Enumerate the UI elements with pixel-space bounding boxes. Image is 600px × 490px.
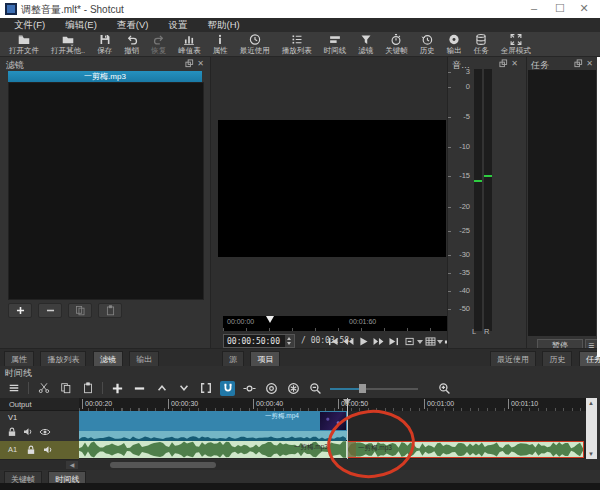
timeline-menu-button[interactable] — [6, 381, 21, 396]
ruler-label: 00:00:30 — [168, 399, 198, 409]
lift-button[interactable] — [154, 381, 169, 396]
audio-clip-1[interactable]: 一剪梅.mp3 — [79, 441, 348, 458]
mute-icon[interactable] — [23, 427, 34, 437]
filters-button[interactable]: 滤镜 — [353, 32, 378, 57]
copy-icon — [75, 305, 86, 316]
export-button[interactable]: 输出 — [442, 32, 467, 57]
scrub-playhead[interactable] — [266, 316, 274, 323]
float-panel-icon[interactable] — [574, 59, 583, 68]
minimize-button[interactable]: – — [521, 0, 547, 18]
zoom-in-button[interactable] — [437, 381, 452, 396]
zoom-slider-thumb[interactable] — [359, 384, 366, 393]
menu-settings[interactable]: 设置 — [160, 19, 195, 32]
split-icon — [200, 382, 212, 394]
history-button[interactable]: 历史 — [415, 32, 440, 57]
properties-button[interactable]: 属性 — [208, 32, 233, 57]
menu-help[interactable]: 帮助(H) — [199, 19, 247, 32]
timeline-vertical-scrollbar[interactable]: ▲ ▼ — [586, 398, 597, 459]
timeline-horizontal-scrollbar[interactable]: ◀ — [0, 460, 600, 470]
copy-filters-button[interactable] — [68, 303, 92, 318]
playlist-button[interactable]: 播放列表 — [277, 32, 317, 57]
zoom-fit-caret-icon[interactable] — [417, 340, 423, 344]
split-button[interactable] — [198, 381, 213, 396]
overwrite-button[interactable] — [176, 381, 191, 396]
ripple-all-tracks-button[interactable] — [286, 381, 301, 396]
rewind-button[interactable] — [342, 336, 355, 347]
float-panel-icon[interactable] — [185, 59, 194, 68]
zoom-out-button[interactable] — [308, 381, 323, 396]
lock-icon[interactable] — [26, 445, 36, 455]
peak-meter-button[interactable]: 峰值表 — [173, 32, 206, 57]
plus-icon — [111, 382, 124, 395]
remove-filter-button[interactable] — [38, 303, 62, 318]
open-other-button[interactable]: 打开其他.. — [46, 32, 90, 57]
peak-indicator-right — [484, 175, 492, 177]
save-button[interactable]: 保存 — [92, 32, 117, 57]
scrollbar-thumb[interactable] — [110, 462, 216, 468]
filter-list-selected-item[interactable]: 一剪梅.mp3 — [8, 71, 202, 82]
shotcut-window: 调整音量.mlt* - Shotcut – ☐ ✕ 文件(F) 编辑(E) 查看… — [0, 0, 600, 490]
snap-toggle-button[interactable] — [220, 381, 235, 396]
append-button[interactable] — [110, 381, 125, 396]
maximize-button[interactable]: ☐ — [547, 0, 573, 18]
menu-view[interactable]: 查看(V) — [109, 19, 157, 32]
paste-button[interactable] — [80, 381, 95, 396]
jobs-button[interactable]: 任务 — [469, 32, 494, 57]
timeline-ruler[interactable]: 00:00:20 00:00:30 00:00:40 00:00:50 00:0… — [79, 398, 586, 412]
menu-edit[interactable]: 编辑(E) — [57, 19, 105, 32]
timeline-tab-bar: 关键帧 时间线 — [0, 471, 600, 483]
ripple-delete-button[interactable] — [132, 381, 147, 396]
cut-button[interactable] — [36, 381, 51, 396]
menu-file[interactable]: 文件(F) — [6, 19, 53, 32]
close-panel-icon[interactable]: ✕ — [197, 60, 204, 68]
scrub-while-dragging-button[interactable] — [242, 381, 257, 396]
scroll-down-icon[interactable]: ▼ — [588, 451, 594, 457]
skip-end-button[interactable] — [387, 336, 400, 347]
ripple-toggle-button[interactable] — [264, 381, 279, 396]
skip-start-button[interactable] — [327, 336, 340, 347]
video-track-header[interactable]: V1 — [0, 411, 79, 442]
timeline-panel: 时间线 Output 00:00:20 00:00:30 — [0, 366, 600, 483]
filter-list[interactable] — [8, 82, 204, 300]
properties-icon — [213, 33, 227, 46]
timeline-zoom-slider[interactable] — [330, 381, 418, 396]
copy-icon — [60, 382, 72, 394]
undo-button[interactable]: 撤销 — [119, 32, 144, 57]
scroll-left-icon[interactable]: ◀ — [66, 461, 78, 469]
float-panel-icon[interactable] — [499, 59, 508, 68]
fullscreen-button[interactable]: 全屏模式 — [496, 32, 536, 57]
add-filter-button[interactable] — [8, 303, 32, 318]
video-preview[interactable] — [218, 120, 446, 257]
jobs-list[interactable] — [528, 70, 596, 336]
scroll-up-icon[interactable]: ▲ — [588, 400, 594, 406]
mute-icon[interactable] — [43, 445, 54, 455]
hide-icon[interactable] — [39, 427, 51, 437]
grid-button[interactable] — [424, 336, 437, 347]
timeline-button[interactable]: 时间线 — [319, 32, 352, 57]
video-clip[interactable]: 一剪梅.mp4 — [79, 411, 348, 440]
audio-track-header[interactable]: A1 — [0, 441, 79, 460]
open-file-button[interactable]: 打开文件 — [4, 32, 44, 57]
play-button[interactable] — [357, 336, 370, 347]
meter-scale-label: -25 — [448, 226, 470, 235]
ruler-label: 00:00:40 — [253, 399, 283, 409]
close-panel-icon[interactable]: ✕ — [586, 60, 593, 68]
paste-filters-button[interactable] — [98, 303, 122, 318]
plus-icon — [15, 305, 26, 316]
zoom-in-icon — [438, 382, 451, 395]
close-panel-icon[interactable]: ✕ — [511, 60, 518, 68]
keyframes-button[interactable]: 关键帧 — [380, 32, 413, 57]
hamburger-icon — [8, 382, 20, 394]
meter-scale-label: -10 — [448, 142, 470, 151]
fast-forward-button[interactable] — [372, 336, 385, 347]
zoom-fit-button[interactable] — [404, 336, 417, 347]
copy-button[interactable] — [58, 381, 73, 396]
close-button[interactable]: ✕ — [571, 0, 597, 18]
channel-label-right: R — [484, 327, 489, 336]
lock-icon[interactable] — [7, 427, 17, 437]
output-track-header[interactable]: Output — [0, 398, 79, 411]
spinner-arrows[interactable] — [285, 335, 294, 347]
scrub-bar[interactable]: 00:00:00 00:01:60 — [223, 316, 455, 331]
redo-button[interactable]: 恢复 — [146, 32, 171, 57]
recent-button[interactable]: 最近使用 — [235, 32, 275, 57]
